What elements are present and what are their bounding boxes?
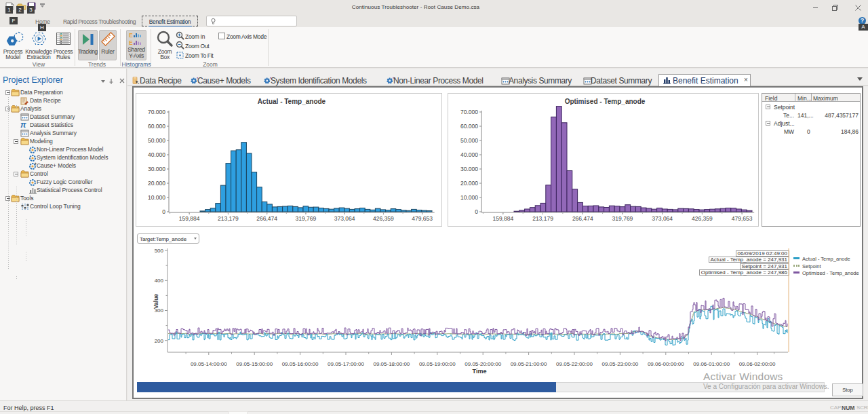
svg-text:E: E (129, 32, 133, 39)
svg-text:E: E (129, 39, 133, 46)
